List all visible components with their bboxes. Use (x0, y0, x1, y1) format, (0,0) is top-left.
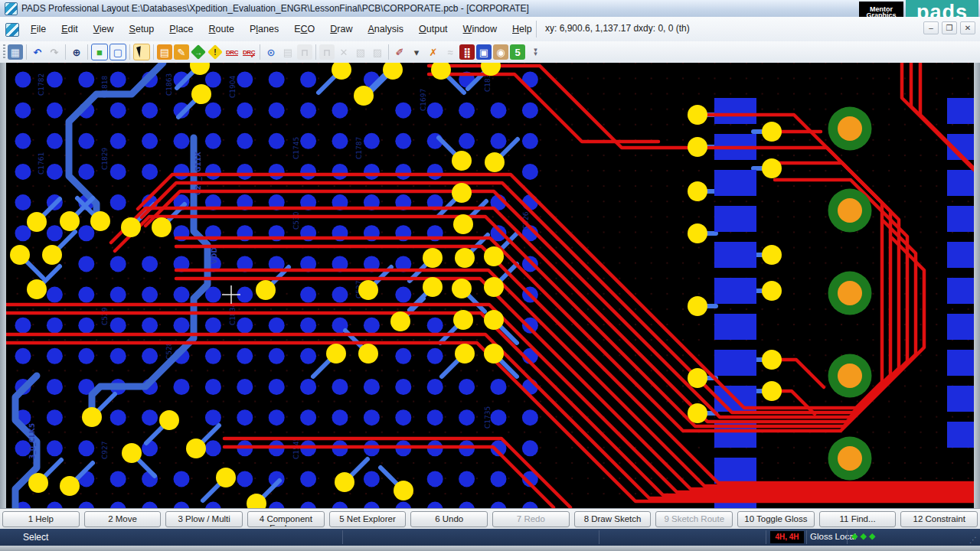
via-pad-yellow[interactable] (394, 481, 413, 500)
via-pad[interactable] (237, 471, 253, 487)
smd-pad-column-right[interactable] (947, 386, 974, 412)
via-pad-yellow[interactable] (688, 296, 707, 316)
via-pad[interactable] (110, 103, 126, 119)
undo-icon[interactable]: ↶ (30, 44, 45, 60)
via-pad[interactable] (47, 409, 63, 425)
via-pad-yellow[interactable] (10, 245, 30, 265)
menu-edit[interactable]: Edit (54, 21, 86, 37)
fkey-6-undo[interactable]: 6 Undo (410, 511, 488, 527)
via-pad-yellow[interactable] (452, 279, 472, 298)
via-pad[interactable] (427, 409, 443, 425)
via-pad-yellow[interactable] (762, 245, 782, 265)
via-pad[interactable] (47, 164, 63, 180)
via-pad[interactable] (15, 348, 31, 364)
via-pad[interactable] (78, 164, 94, 180)
menu-window[interactable]: Window (456, 21, 505, 37)
via-pad-yellow[interactable] (186, 439, 206, 458)
smd-pad-column-right[interactable] (947, 98, 974, 124)
via-pad-yellow[interactable] (28, 473, 48, 493)
via-pad[interactable] (491, 471, 507, 487)
brush-dropdown-icon[interactable]: ▾ (409, 44, 424, 60)
document-icon[interactable] (5, 23, 19, 37)
via-pad-yellow[interactable] (256, 280, 276, 300)
via-pad[interactable] (395, 409, 411, 425)
via-pad-yellow[interactable] (152, 217, 172, 237)
via-pad[interactable] (300, 379, 316, 395)
menu-analysis[interactable]: Analysis (360, 21, 411, 37)
via-pad[interactable] (427, 103, 443, 119)
via-pad[interactable] (459, 133, 475, 149)
via-pad[interactable] (205, 440, 221, 456)
fkey-1-help[interactable]: 1 Help (2, 511, 80, 527)
via-pad[interactable] (78, 133, 94, 149)
via-pad[interactable] (427, 164, 443, 180)
via-pad[interactable] (110, 287, 126, 303)
via-pad-yellow[interactable] (159, 410, 179, 430)
via-pad[interactable] (237, 318, 253, 334)
via-pad[interactable] (15, 164, 31, 180)
smd-pad-column-right[interactable] (947, 206, 974, 232)
menu-view[interactable]: View (86, 21, 122, 37)
board-view-icon[interactable]: ■ (91, 44, 108, 60)
menu-place[interactable]: Place (162, 21, 201, 37)
via-pad[interactable] (332, 287, 348, 303)
smd-pad-column-right[interactable] (947, 350, 974, 376)
via-pad[interactable] (237, 379, 253, 395)
via-pad[interactable] (110, 256, 126, 272)
via-pad[interactable] (142, 256, 158, 272)
via-pad[interactable] (174, 133, 190, 149)
via-pad[interactable] (110, 318, 126, 334)
drc-window-icon[interactable]: ⣿ (459, 44, 475, 60)
via-pad[interactable] (78, 256, 94, 272)
via-pad[interactable] (522, 164, 538, 180)
gloss-local-icon[interactable]: 5 (510, 44, 525, 60)
via-pad[interactable] (459, 379, 475, 395)
via-pad[interactable] (491, 103, 507, 119)
via-pad[interactable] (522, 103, 538, 119)
via-pad-yellow[interactable] (762, 281, 782, 301)
via-pad[interactable] (269, 348, 285, 364)
via-pad[interactable] (395, 103, 411, 119)
hazards-icon[interactable]: ! (207, 44, 223, 60)
via-pad[interactable] (78, 287, 94, 303)
via-pad-yellow[interactable] (82, 407, 102, 427)
via-pad[interactable] (364, 318, 380, 334)
via-pad[interactable] (269, 133, 285, 149)
via-pad-yellow[interactable] (688, 181, 707, 201)
via-pad[interactable] (110, 164, 126, 180)
via-pad[interactable] (300, 72, 316, 88)
menu-help[interactable]: Help (505, 21, 540, 37)
via-pad-yellow[interactable] (762, 122, 782, 142)
smd-pad-column-right[interactable] (947, 278, 974, 304)
via-pad[interactable] (522, 133, 538, 149)
via-pad[interactable] (47, 103, 63, 119)
via-pad-yellow[interactable] (121, 217, 141, 237)
via-pad[interactable] (47, 287, 63, 303)
via-pad-yellow[interactable] (452, 151, 472, 171)
via-pad[interactable] (395, 287, 411, 303)
via-pad[interactable] (78, 348, 94, 364)
mdi-minimize-button[interactable]: – (923, 21, 939, 34)
via-pad-yellow[interactable] (122, 443, 142, 463)
via-pad[interactable] (237, 103, 253, 119)
via-pad-yellow[interactable] (60, 476, 80, 496)
via-pad[interactable] (142, 318, 158, 334)
via-pad[interactable] (174, 287, 190, 303)
fkey-11-find-[interactable]: 11 Find... (819, 511, 897, 527)
via-pad-yellow[interactable] (60, 211, 80, 231)
via-pad-yellow[interactable] (354, 86, 374, 106)
via-pad[interactable] (269, 409, 285, 425)
via-pad-yellow[interactable] (216, 468, 236, 487)
smd-pad-column[interactable] (714, 206, 756, 232)
via-pad[interactable] (522, 409, 538, 425)
via-pad[interactable] (142, 348, 158, 364)
via-pad-yellow[interactable] (191, 84, 211, 104)
via-pad[interactable] (332, 133, 348, 149)
drc-check-icon[interactable]: DRC✓ (241, 44, 256, 60)
fkey-8-draw-sketch[interactable]: 8 Draw Sketch (574, 511, 652, 527)
smd-pad-column-right[interactable] (947, 170, 974, 196)
via-pad-yellow[interactable] (390, 311, 410, 331)
via-pad-yellow[interactable] (688, 223, 707, 243)
smd-pad-column[interactable] (714, 278, 756, 304)
via-pad-yellow[interactable] (484, 344, 504, 364)
